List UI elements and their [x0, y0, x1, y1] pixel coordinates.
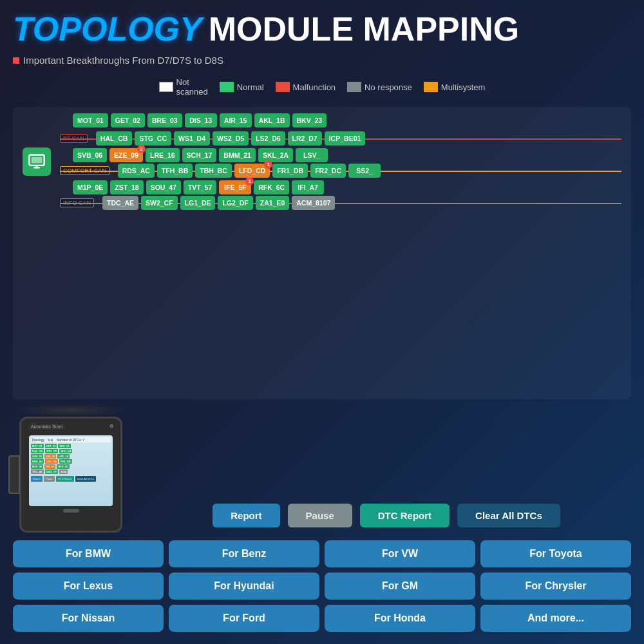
brand-btn-toyota[interactable]: For Toyota: [480, 540, 631, 567]
pause-button[interactable]: Pause: [288, 504, 352, 527]
legend-label-no-response: No response: [365, 82, 412, 92]
report-button[interactable]: Report: [213, 504, 279, 527]
row-3: SVB_06 EZE_092 LRE_16 SCH_17 BMM_21 SKL_…: [60, 148, 621, 162]
mod-ACM_8107: ACM_8107: [292, 196, 335, 210]
brand-btn-hyundai[interactable]: For Hyundai: [169, 573, 319, 600]
mod-LRE_16: LRE_16: [146, 148, 180, 162]
brand-btn-lexus[interactable]: For Lexus: [13, 573, 164, 600]
mod-ICP_BE01: ICP_BE01: [325, 131, 366, 146]
mod-BRE_03: BRE_03: [147, 113, 182, 128]
mod-SS2: SS2_: [348, 164, 381, 178]
brand-btn-ford[interactable]: For Ford: [169, 605, 319, 632]
svg-rect-1: [32, 157, 42, 163]
device-handle: [8, 455, 20, 494]
legend-multisystem: Multisystem: [424, 82, 486, 92]
brand-btn-gm[interactable]: For GM: [325, 573, 475, 600]
mod-RDS_AC: RDS_AC: [118, 164, 155, 178]
mod-LFD_CD: LFD_CD1: [234, 164, 270, 178]
legend-not-scanned: Notscanned: [159, 77, 208, 97]
subtitle-text: Important Breakthroughs From D7/D7S to D…: [23, 55, 223, 66]
action-buttons: Report Pause DTC Report Clear All DTCs: [142, 498, 631, 533]
row-1: MOT_01 GET_02 BRE_03 DIS_13 AIR_15 AKL_1…: [60, 113, 621, 128]
mod-RFK_6C: RFK_6C: [254, 180, 289, 194]
subtitle: Important Breakthroughs From D7/D7S to D…: [13, 55, 631, 66]
legend-box-green: [220, 82, 234, 92]
mod-TFH_BB: TFH_BB: [157, 164, 193, 178]
mod-LS2_D6: LS2_D6: [251, 131, 285, 146]
legend-label-malfunction: Malfunction: [293, 82, 336, 92]
mod-FR1_DB: FR1_DB: [272, 164, 308, 178]
device-action-row: Automatic Scan ⚙ Topology List Number of…: [13, 407, 631, 533]
legend-malfunction: Malfunction: [276, 82, 336, 92]
mod-LSV: LSV_: [296, 148, 328, 162]
mod-SW2_CF: SW2_CF: [141, 196, 178, 210]
mod-BKV_23: BKV_23: [292, 113, 327, 128]
mod-TVT_57: TVT_57: [184, 180, 216, 194]
brand-btn-bmw[interactable]: For BMW: [13, 540, 164, 567]
brand-btn-benz[interactable]: For Benz: [169, 540, 319, 567]
mod-SOU_47: SOU_47: [146, 180, 181, 194]
mod-BMM_21: BMM_21: [219, 148, 256, 162]
legend-no-response: No response: [347, 82, 412, 92]
info-can-row: INFO CAN TDC_AE SW2_CF LG1_DE LG2_DF ZA1…: [60, 196, 621, 210]
brand-btn-chrysler[interactable]: For Chrysler: [480, 573, 631, 600]
mod-STG_CC: STG_CC: [135, 131, 171, 146]
legend-normal: Normal: [220, 82, 264, 92]
mod-ZST_18: ZST_18: [110, 180, 143, 194]
brand-buttons: For BMW For Benz For VW For Toyota For L…: [13, 538, 631, 634]
main-container: TOPOLOGY MODULE MAPPING Important Breakt…: [0, 0, 644, 644]
pt-can-row: PT CAN HAL_CB STG_CC WS1_D4 WS2_D5 LS2_D…: [60, 131, 621, 146]
mod-AIR_15: AIR_15: [220, 113, 252, 128]
mod-SCH_17: SCH_17: [182, 148, 217, 162]
title-rest: MODULE MAPPING: [209, 10, 519, 48]
mod-LR2_D7: LR2_D7: [288, 131, 322, 146]
mod-SKL_2A: SKL_2A: [258, 148, 293, 162]
dtc-report-button[interactable]: DTC Report: [360, 504, 450, 527]
device-screen: Topology List Number of DTCs: 7 MOT_01GE…: [29, 435, 113, 506]
title-row: TOPOLOGY MODULE MAPPING: [13, 10, 631, 48]
mod-HAL_CB: HAL_CB: [96, 131, 133, 146]
row-5: M1P_0E ZST_18 SOU_47 TVT_57 IFE_5F1 RFK_…: [60, 180, 621, 194]
brand-btn-vw[interactable]: For VW: [325, 540, 475, 567]
mod-ZA1_E0: ZA1_E0: [256, 196, 290, 210]
legend-label-not-scanned: Notscanned: [176, 77, 208, 97]
title-topology: TOPOLOGY: [13, 10, 202, 48]
brand-btn-nissan[interactable]: For Nissan: [13, 605, 164, 632]
clear-dtcs-button[interactable]: Clear All DTCs: [457, 504, 560, 527]
topology-area: MOT_01 GET_02 BRE_03 DIS_13 AIR_15 AKL_1…: [13, 107, 631, 399]
mod-WS1_D4: WS1_D4: [174, 131, 210, 146]
mod-EZE_09: EZE_092: [109, 148, 143, 162]
brand-btn-honda[interactable]: For Honda: [325, 605, 475, 632]
screen-content: Topology List Number of DTCs: 7 MOT_01GE…: [29, 435, 113, 506]
legend-box-gray: [347, 82, 361, 92]
mod-DIS_13: DIS_13: [185, 113, 217, 128]
legend-label-normal: Normal: [237, 82, 264, 92]
mod-FR2_DC: FR2_DC: [310, 164, 346, 178]
legend-box-orange: [424, 82, 438, 92]
mod-LG1_DE: LG1_DE: [180, 196, 216, 210]
brand-btn-more[interactable]: And more...: [480, 605, 631, 632]
mod-M1P_0E: M1P_0E: [73, 180, 108, 194]
legend: Notscanned Normal Malfunction No respons…: [13, 73, 631, 100]
left-icon: [23, 147, 51, 176]
mod-AKL_1B: AKL_1B: [254, 113, 290, 128]
mod-MOT_01: MOT_01: [73, 113, 108, 128]
device-body: Automatic Scan ⚙ Topology List Number of…: [19, 417, 122, 533]
mod-TDC_AE: TDC_AE: [102, 196, 138, 210]
mod-GET_02: GET_02: [111, 113, 145, 128]
mod-SVB_06: SVB_06: [73, 148, 107, 162]
comfort-can-row: COMFORT CAN RDS_AC TFH_BB TBH_BC LFD_CD1…: [60, 164, 621, 178]
mod-TBH_BC: TBH_BC: [195, 164, 232, 178]
mod-WS2_D5: WS2_D5: [213, 131, 249, 146]
legend-label-multisystem: Multisystem: [441, 82, 486, 92]
mod-IFI_A7: IFI_A7: [292, 180, 324, 194]
legend-box-red: [276, 82, 290, 92]
device-illustration: Automatic Scan ⚙ Topology List Number of…: [13, 407, 129, 533]
mod-LG2_DF: LG2_DF: [218, 196, 252, 210]
subtitle-dot: [13, 57, 19, 64]
legend-box-white: [159, 82, 173, 92]
mod-IFE_5F: IFE_5F1: [219, 180, 251, 194]
